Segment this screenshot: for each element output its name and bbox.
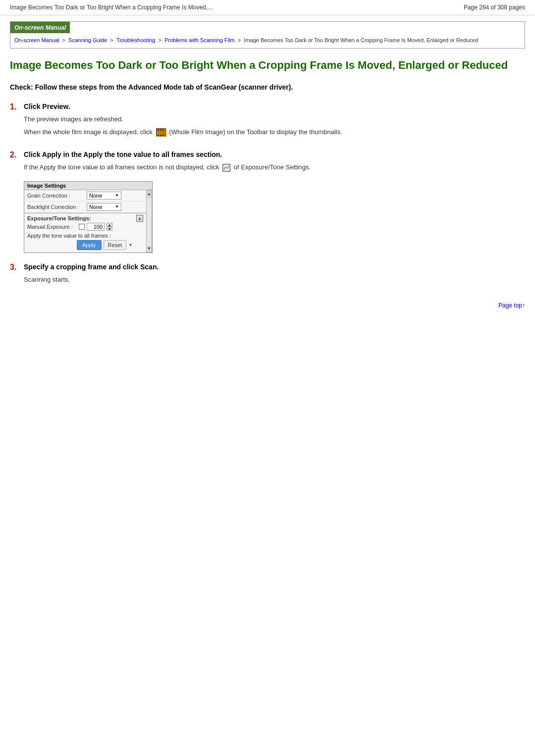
exposure-title: Exposure/Tone Settings: ▲ — [27, 215, 143, 222]
pagination: Page 284 of 308 pages — [464, 4, 525, 11]
grain-correction-label: Grain Correction : — [27, 193, 87, 199]
manual-exposure-input[interactable] — [87, 223, 105, 231]
header-title: Image Becomes Too Dark or Too Bright Whe… — [10, 4, 454, 11]
apply-row-label: Apply the tone value to all frames : — [27, 233, 143, 239]
page-top-anchor[interactable]: Page top↑ — [498, 302, 525, 309]
breadcrumb-sep-3: > — [158, 37, 162, 43]
grain-correction-selected: None — [89, 193, 102, 199]
reset-arrow: ▼ — [128, 240, 133, 250]
manual-box: On-screen Manual On-screen Manual > Scan… — [10, 21, 525, 49]
steps-list: 1. Click Preview. The preview images are… — [10, 102, 525, 287]
backlight-dropdown-arrow: ▼ — [115, 204, 119, 209]
step-2-sub-1: If the Apply the tone value to all frame… — [24, 162, 525, 172]
settings-main: Grain Correction : None ▼ — [24, 190, 146, 252]
exposure-icon[interactable]: ▲ — [136, 215, 143, 222]
svg-rect-6 — [162, 135, 164, 136]
exposure-section: Exposure/Tone Settings: ▲ Manual Exposur… — [24, 213, 146, 252]
backlight-correction-value: None ▼ — [87, 203, 143, 211]
manual-exposure-checkbox[interactable] — [79, 224, 85, 230]
page-title: Image Becomes Too Dark or Too Bright Whe… — [10, 58, 525, 73]
step-2-main: Click Apply in the Apply the tone value … — [24, 151, 525, 158]
step-2-content: Click Apply in the Apply the tone value … — [24, 151, 525, 253]
step-1-content: Click Preview. The preview images are re… — [24, 102, 525, 141]
breadcrumb-sep-2: > — [110, 37, 114, 43]
image-settings-container: Image Settings Grain Correction : None — [24, 176, 525, 253]
step-2: 2. Click Apply in the Apply the tone val… — [10, 151, 525, 253]
spinner-up[interactable]: ▲ — [107, 223, 112, 227]
page-header: Image Becomes Too Dark or Too Bright Whe… — [0, 0, 535, 15]
step-3-number: 3. — [10, 263, 20, 272]
page-top-link: Page top↑ — [10, 302, 525, 309]
step-3-main: Specify a cropping frame and click Scan. — [24, 263, 525, 271]
film-icon-svg — [157, 129, 166, 137]
svg-rect-2 — [160, 129, 161, 131]
image-settings-wrapper: Grain Correction : None ▼ — [24, 190, 152, 252]
backlight-correction-selected: None — [89, 204, 102, 210]
breadcrumb-sep-4: > — [238, 37, 242, 43]
grain-correction-value: None ▼ — [87, 192, 143, 200]
backlight-correction-row: Backlight Correction : None ▼ — [24, 202, 146, 213]
grain-correction-row: Grain Correction : None ▼ — [24, 190, 146, 202]
svg-rect-1 — [158, 129, 159, 131]
step-3-content: Specify a cropping frame and click Scan.… — [24, 263, 525, 288]
step-1-number: 1. — [10, 102, 20, 111]
spinner-down[interactable]: ▼ — [107, 227, 112, 231]
step-1-main: Click Preview. — [24, 102, 525, 110]
step-1-sub-2: When the whole film image is displayed, … — [24, 127, 525, 137]
main-content: Image Becomes Too Dark or Too Bright Whe… — [0, 49, 535, 329]
manual-box-header: On-screen Manual — [10, 22, 70, 33]
breadcrumb-link-4[interactable]: Problems with Scanning Film — [164, 37, 235, 43]
exposure-spinner: ▲ ▼ — [107, 223, 112, 231]
scrollbar-down-btn[interactable]: ▼ — [147, 245, 152, 252]
film-icon — [156, 128, 166, 136]
image-settings-box: Image Settings Grain Correction : None — [24, 181, 153, 253]
manual-exposure-label: Manual Exposure : — [27, 224, 77, 230]
grain-correction-dropdown[interactable]: None ▼ — [87, 192, 121, 200]
step-1: 1. Click Preview. The preview images are… — [10, 102, 525, 141]
check-heading: Check: Follow these steps from the Advan… — [10, 82, 525, 93]
grain-dropdown-arrow: ▼ — [115, 193, 119, 198]
breadcrumb-link-3[interactable]: Troubleshooting — [116, 37, 155, 43]
svg-rect-3 — [162, 129, 164, 131]
breadcrumb: On-screen Manual > Scanning Guide > Trou… — [10, 33, 525, 48]
breadcrumb-current: Image Becomes Too Dark or Too Bright Whe… — [244, 37, 478, 43]
settings-scrollbar[interactable]: ▲ ▼ — [146, 190, 152, 252]
image-settings-title: Image Settings — [24, 182, 152, 190]
reset-button[interactable]: Reset — [104, 240, 127, 250]
step-2-number: 2. — [10, 151, 20, 159]
apply-buttons: Apply Reset ▼ — [77, 240, 143, 250]
apply-button[interactable]: Apply — [77, 240, 102, 250]
tone-icon-svg — [223, 164, 230, 171]
apply-tone-row: Apply the tone value to all frames : App… — [27, 232, 143, 251]
exposure-title-label: Exposure/Tone Settings: — [27, 215, 91, 221]
step-3-sub-1: Scanning starts. — [24, 275, 525, 285]
scrollbar-track — [147, 198, 152, 245]
backlight-correction-dropdown[interactable]: None ▼ — [87, 203, 121, 211]
step-1-sub-1: The preview images are refreshed. — [24, 114, 525, 124]
step-3: 3. Specify a cropping frame and click Sc… — [10, 263, 525, 288]
backlight-correction-label: Backlight Correction : — [27, 204, 87, 210]
manual-box-label: On-screen Manual — [14, 24, 66, 31]
svg-rect-5 — [160, 135, 161, 136]
breadcrumb-link-2[interactable]: Scanning Guide — [68, 37, 107, 43]
tone-settings-icon — [222, 164, 230, 172]
scrollbar-up-btn[interactable]: ▲ — [147, 191, 152, 198]
manual-exposure-row: Manual Exposure : ▲ ▼ — [27, 222, 143, 232]
breadcrumb-link-1[interactable]: On-screen Manual — [14, 37, 59, 43]
breadcrumb-sep-1: > — [62, 37, 67, 43]
svg-rect-4 — [158, 135, 159, 136]
